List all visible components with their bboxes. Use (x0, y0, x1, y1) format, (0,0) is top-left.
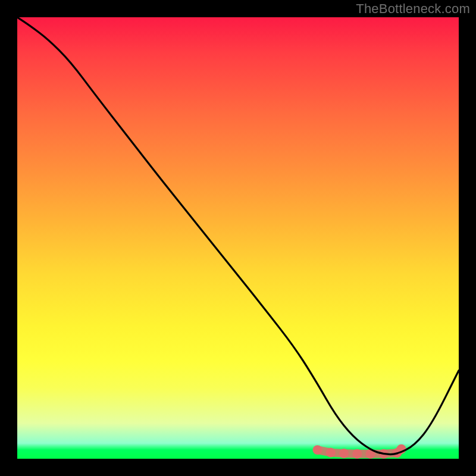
marker-dot (313, 445, 322, 455)
marker-dot (339, 449, 349, 458)
attribution-text: TheBottleneck.com (356, 1, 470, 17)
marker-group (313, 444, 406, 459)
chart-svg (17, 17, 459, 459)
plot-area (17, 17, 459, 459)
chart-frame: TheBottleneck.com (0, 0, 476, 476)
curve-line (17, 17, 459, 455)
marker-dot (326, 448, 336, 458)
marker-dot (352, 449, 362, 459)
